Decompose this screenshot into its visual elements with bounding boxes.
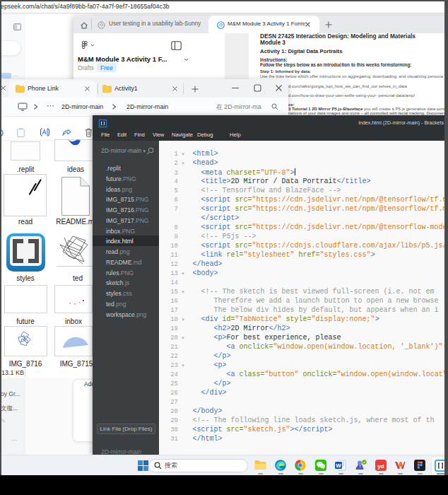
svg-text:yd: yd — [377, 463, 384, 470]
svg-text:T: T — [359, 465, 361, 469]
svg-text:W: W — [336, 462, 341, 469]
